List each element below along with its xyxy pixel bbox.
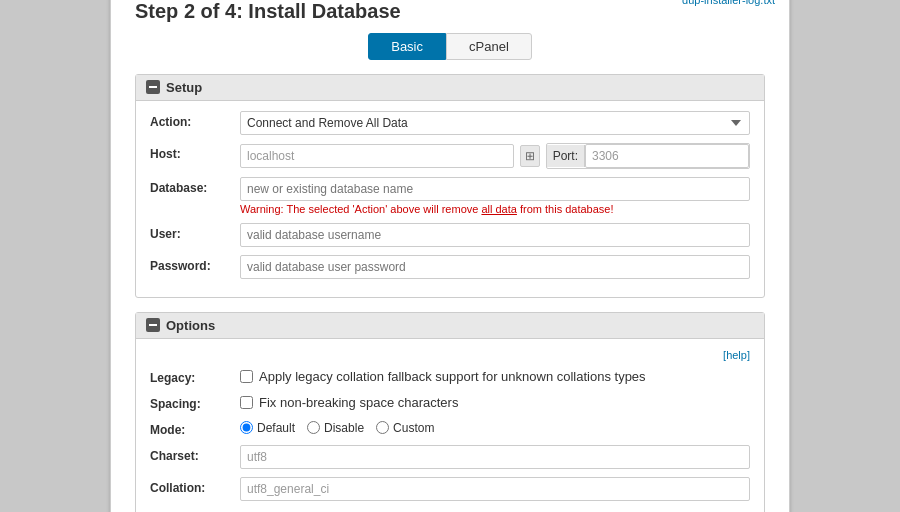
user-label: User: xyxy=(150,223,240,241)
setup-section-header: Setup xyxy=(136,75,764,101)
collation-label: Collation: xyxy=(150,477,240,495)
host-picker-icon[interactable] xyxy=(520,145,540,167)
collation-row: Collation: xyxy=(150,477,750,501)
password-input[interactable] xyxy=(240,255,750,279)
charset-row: Charset: xyxy=(150,445,750,469)
step-title: Step 2 of 4: Install Database xyxy=(135,0,765,23)
host-row: Host: Port: xyxy=(150,143,750,169)
options-help: [help] xyxy=(150,349,750,361)
tab-cpanel[interactable]: cPanel xyxy=(446,33,532,60)
tab-basic[interactable]: Basic xyxy=(368,33,446,60)
database-row: Database: Warning: The selected 'Action'… xyxy=(150,177,750,215)
mode-custom: Custom xyxy=(376,421,434,435)
main-container: version: 1.2.52 help » unlocked Duplicat… xyxy=(110,0,790,512)
database-input[interactable] xyxy=(240,177,750,201)
mode-default-radio[interactable] xyxy=(240,421,253,434)
database-warning: Warning: The selected 'Action' above wil… xyxy=(240,203,750,215)
legacy-checkbox-label: Apply legacy collation fallback support … xyxy=(259,369,646,384)
mode-default: Default xyxy=(240,421,295,435)
charset-input[interactable] xyxy=(240,445,750,469)
options-section-body: [help] Legacy: Apply legacy collation fa… xyxy=(136,339,764,513)
mode-label: Mode: xyxy=(150,419,240,437)
password-label: Password: xyxy=(150,255,240,273)
user-input[interactable] xyxy=(240,223,750,247)
tab-group: Basic cPanel xyxy=(135,33,765,60)
host-input[interactable] xyxy=(240,144,514,168)
node-info: Node: Standard dup-installer-log.txt xyxy=(682,0,775,6)
options-section: Options [help] Legacy: Apply legacy coll… xyxy=(135,312,765,513)
mode-custom-radio[interactable] xyxy=(376,421,389,434)
legacy-checkbox[interactable] xyxy=(240,370,253,383)
setup-section: Setup Action: Connect and Remove All Dat… xyxy=(135,74,765,298)
spacing-checkbox[interactable] xyxy=(240,396,253,409)
options-help-link[interactable]: [help] xyxy=(723,349,750,361)
port-group: Port: xyxy=(546,143,750,169)
database-label: Database: xyxy=(150,177,240,195)
legacy-row: Legacy: Apply legacy collation fallback … xyxy=(150,367,750,385)
password-row: Password: xyxy=(150,255,750,279)
legacy-label: Legacy: xyxy=(150,367,240,385)
port-input[interactable] xyxy=(585,144,749,168)
action-select[interactable]: Connect and Remove All Data Create New D… xyxy=(240,111,750,135)
minus-icon xyxy=(146,80,160,94)
spacing-checkbox-label: Fix non-breaking space characters xyxy=(259,395,458,410)
action-label: Action: xyxy=(150,111,240,129)
host-label: Host: xyxy=(150,143,240,161)
collation-input[interactable] xyxy=(240,477,750,501)
mode-disable-radio[interactable] xyxy=(307,421,320,434)
spacing-label: Spacing: xyxy=(150,393,240,411)
setup-section-body: Action: Connect and Remove All Data Crea… xyxy=(136,101,764,297)
charset-label: Charset: xyxy=(150,445,240,463)
options-section-header: Options xyxy=(136,313,764,339)
user-row: User: xyxy=(150,223,750,247)
options-minus-icon xyxy=(146,318,160,332)
mode-disable: Disable xyxy=(307,421,364,435)
port-label: Port: xyxy=(547,145,585,167)
log-link[interactable]: dup-installer-log.txt xyxy=(682,0,775,6)
action-row: Action: Connect and Remove All Data Crea… xyxy=(150,111,750,135)
spacing-row: Spacing: Fix non-breaking space characte… xyxy=(150,393,750,411)
mode-row: Mode: Default Disable Custom xyxy=(150,419,750,437)
